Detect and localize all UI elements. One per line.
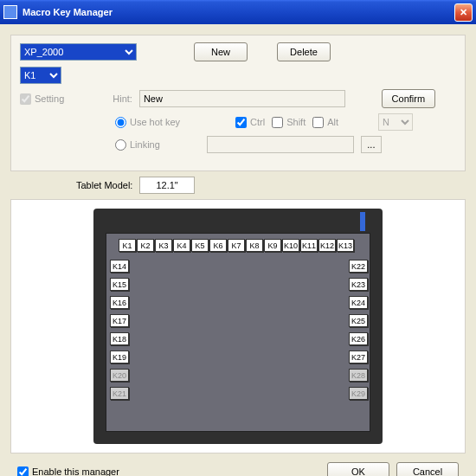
alt-input[interactable] <box>312 117 324 128</box>
macro-key-k16[interactable]: K16 <box>110 296 129 309</box>
key-select[interactable]: K1 <box>20 67 61 84</box>
macro-key-k27[interactable]: K27 <box>349 351 368 363</box>
macro-key-k12[interactable]: K12 <box>318 239 336 252</box>
modifier-select[interactable]: N <box>378 113 413 131</box>
linking-radio[interactable]: Linking <box>115 139 160 151</box>
hotkey-radio-input[interactable] <box>115 117 126 128</box>
macro-key-k19[interactable]: K19 <box>110 351 129 363</box>
shift-label: Shift <box>286 117 306 127</box>
app-icon <box>3 5 17 19</box>
profile-select[interactable]: XP_2000 <box>20 43 137 61</box>
macro-key-k25[interactable]: K25 <box>349 314 368 327</box>
ok-button[interactable]: OK <box>327 462 389 476</box>
alt-label: Alt <box>327 117 338 127</box>
confirm-button[interactable]: Confirm <box>382 89 435 108</box>
delete-button[interactable]: Delete <box>277 42 331 61</box>
window-title: Macro Key Manager <box>23 7 454 17</box>
enable-manager-input[interactable] <box>17 466 29 477</box>
macro-key-k11[interactable]: K11 <box>300 239 318 252</box>
macro-key-k1[interactable]: K1 <box>119 239 136 252</box>
ctrl-input[interactable] <box>235 117 247 128</box>
macro-key-k23[interactable]: K23 <box>349 278 368 291</box>
macro-key-k9[interactable]: K9 <box>264 239 281 252</box>
setting-checkbox[interactable]: Setting <box>20 93 64 105</box>
macro-key-k22[interactable]: K22 <box>349 260 368 273</box>
enable-manager-checkbox[interactable]: Enable this manager <box>17 466 119 477</box>
shift-checkbox[interactable]: Shift <box>272 117 306 128</box>
cancel-button[interactable]: Cancel <box>396 462 459 476</box>
tablet-pad: K1K2K3K4K5K6K7K8K9K10K11K12K13K14K15K16K… <box>106 233 370 432</box>
model-row: Tablet Model: 12.1" <box>76 177 466 194</box>
hint-label: Hint: <box>113 93 132 104</box>
macro-key-k2[interactable]: K2 <box>137 239 154 252</box>
window-body: XP_2000 New Delete K1 Setting Hint: Conf… <box>0 24 476 476</box>
macro-key-k14[interactable]: K14 <box>110 260 129 273</box>
title-bar: Macro Key Manager ✕ <box>0 0 476 24</box>
macro-key-k24[interactable]: K24 <box>349 296 368 309</box>
tablet-preview-area: K1K2K3K4K5K6K7K8K9K10K11K12K13K14K15K16K… <box>10 199 466 453</box>
macro-key-k18[interactable]: K18 <box>110 332 129 345</box>
linking-input[interactable] <box>207 136 354 153</box>
linking-radio-input[interactable] <box>115 139 126 151</box>
tablet-model-value: 12.1" <box>139 177 194 194</box>
browse-button[interactable]: ... <box>361 136 382 153</box>
tablet-device: K1K2K3K4K5K6K7K8K9K10K11K12K13K14K15K16K… <box>93 209 383 444</box>
ctrl-label: Ctrl <box>250 117 265 127</box>
macro-key-k7[interactable]: K7 <box>228 239 245 252</box>
macro-key-k10[interactable]: K10 <box>282 239 299 252</box>
alt-checkbox[interactable]: Alt <box>312 117 338 128</box>
tablet-indicator <box>360 212 365 231</box>
macro-key-k15[interactable]: K15 <box>110 278 129 291</box>
hotkey-label: Use hot key <box>130 117 180 127</box>
hotkey-radio[interactable]: Use hot key <box>115 117 180 128</box>
macro-key-k20[interactable]: K20 <box>110 369 129 382</box>
macro-key-k8[interactable]: K8 <box>246 239 263 252</box>
macro-key-k6[interactable]: K6 <box>209 239 227 252</box>
hint-input[interactable] <box>139 90 345 107</box>
close-button[interactable]: ✕ <box>454 3 473 22</box>
macro-key-k26[interactable]: K26 <box>349 332 368 345</box>
linking-label: Linking <box>130 139 160 150</box>
macro-key-k21[interactable]: K21 <box>110 387 129 400</box>
close-icon: ✕ <box>460 7 467 18</box>
macro-key-k3[interactable]: K3 <box>155 239 172 252</box>
enable-manager-label: Enable this manager <box>32 466 119 476</box>
shift-input[interactable] <box>272 117 283 128</box>
ctrl-checkbox[interactable]: Ctrl <box>235 117 265 128</box>
macro-key-k4[interactable]: K4 <box>173 239 190 252</box>
setting-label: Setting <box>35 93 64 104</box>
macro-key-k17[interactable]: K17 <box>110 314 129 327</box>
settings-group: XP_2000 New Delete K1 Setting Hint: Conf… <box>10 35 466 171</box>
new-button[interactable]: New <box>194 42 248 61</box>
setting-check-input[interactable] <box>20 93 31 105</box>
macro-key-k5[interactable]: K5 <box>191 239 209 252</box>
bottom-bar: Enable this manager OK Cancel <box>10 453 466 476</box>
macro-key-k13[interactable]: K13 <box>337 239 354 252</box>
macro-key-k28[interactable]: K28 <box>349 369 368 382</box>
tablet-model-label: Tablet Model: <box>76 180 132 190</box>
macro-key-k29[interactable]: K29 <box>349 387 368 400</box>
